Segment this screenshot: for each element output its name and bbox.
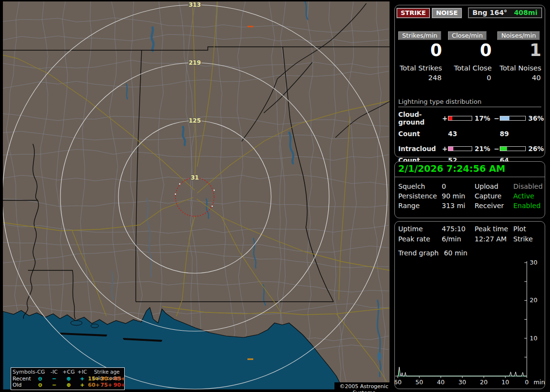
cg-negative-bar [500, 116, 526, 121]
y-tick-label: 30 [530, 259, 537, 266]
trend-window-value: 60 min [444, 249, 467, 257]
peak-rate-value: 6/min [442, 234, 475, 244]
total-noises-label: Total Noises [497, 64, 541, 72]
plus-sign: + [442, 145, 448, 153]
divider [395, 177, 545, 177]
capture-value: Active [513, 191, 543, 201]
cg-count-label: Count [398, 130, 442, 138]
old-pcg-icon: ⊕ [61, 382, 76, 389]
receiver-value: Enabled [513, 201, 543, 210]
capture-label: Capture [475, 191, 513, 201]
peak-rate-label: Peak rate [398, 234, 442, 244]
ring-label-31: 31 [191, 174, 199, 181]
recent-nic-icon: − [47, 376, 61, 382]
strikes-per-min-chip: Strikes/min [398, 31, 441, 40]
plus-sign: + [442, 114, 448, 122]
trend-graph: 1020306050403020100min [395, 258, 546, 388]
peak-time-value: 12:27 AM [475, 234, 513, 244]
old-nic-icon: − [47, 382, 61, 389]
age-code-60: 60+ [88, 382, 100, 389]
noises-per-min-chip: Noises/min [497, 31, 540, 40]
plot-mode-value: Strike [513, 234, 542, 244]
strike-toggle-button[interactable]: STRIKE [397, 8, 430, 18]
peak-time-label: Peak time [475, 224, 513, 234]
y-tick-label: 10 [530, 335, 537, 342]
cg-positive-bar [448, 116, 472, 121]
legend-row-old-label: Old [13, 382, 33, 389]
x-tick-label: 20 [480, 378, 488, 386]
persistence-label: Persistence [398, 191, 442, 201]
cg-positive-count: 43 [448, 130, 472, 138]
cg-positive-pct: 17% [472, 114, 493, 122]
trend-axes [395, 261, 527, 376]
trend-series-close-per-min [398, 370, 527, 376]
x-tick-label: 10 [502, 378, 509, 386]
trend-graph-label: Trend graph [398, 249, 442, 257]
ic-positive-pct: 21% [472, 145, 493, 153]
noise-toggle-button[interactable]: NOISE [432, 8, 462, 18]
x-tick-label: 30 [459, 378, 466, 386]
legend-header-pic: +IC [76, 369, 88, 376]
close-per-min-chip: Close/min [448, 31, 487, 40]
trend-panel: Uptime 475:10 Peak time Plot Peak rate 6… [394, 221, 545, 389]
range-label: Range [398, 201, 442, 210]
receiver-label: Receiver [475, 201, 513, 210]
status-panel: 2/1/2026 7:24:56 AM Squelch 0 Upload Dis… [394, 161, 545, 218]
range-value: 313 mi [442, 201, 475, 210]
total-strikes-value: 248 [398, 74, 442, 82]
total-noises-value: 40 [497, 74, 541, 82]
noises-rate-value: 1 [497, 42, 541, 59]
legend-row-recent-label: Recent [13, 376, 33, 382]
squelch-label: Squelch [398, 182, 442, 191]
old-pic-icon: + [76, 382, 88, 389]
ring-label-219: 219 [188, 59, 201, 66]
total-close-label: Total Close [448, 64, 492, 72]
ring-label-313: 313 [188, 1, 201, 8]
copyright-notice: ©2005 Astrogenic Systems [334, 382, 393, 391]
map-canvas: 31321912531 [3, 1, 390, 390]
y-tick-label: 20 [530, 296, 537, 304]
ic-positive-bar [448, 146, 472, 151]
strikes-rate-value: 0 [398, 42, 442, 59]
total-close-value: 0 [448, 74, 492, 82]
legend-header-ncg: -CG [33, 369, 47, 376]
x-tick-label: 40 [437, 378, 445, 386]
uptime-value: 475:10 [442, 224, 475, 234]
uptime-label: Uptime [398, 224, 442, 234]
ic-negative-bar [500, 146, 526, 151]
cloud-ground-label: Cloud-ground [398, 111, 442, 126]
minus-sign: − [493, 145, 500, 153]
plot-label: Plot [513, 224, 542, 234]
recent-pic-icon: + [76, 376, 88, 382]
distribution-title: Lightning type distribution [398, 98, 541, 107]
strike-map[interactable]: 31321912531 Symbols -CG -IC +CG +IC Stri… [3, 1, 390, 390]
datetime-display: 2/1/2026 7:24:56 AM [398, 163, 505, 174]
trend-series-noises-per-min [398, 374, 527, 376]
ic-negative-pct: 26% [526, 145, 544, 153]
legend-header-symbols: Symbols [13, 369, 33, 376]
bearing-readout: Bng 164°408mi [468, 8, 542, 18]
cg-negative-count: 89 [500, 130, 526, 138]
intracloud-label: Intracloud [398, 145, 442, 153]
ring-label-125: 125 [188, 117, 201, 124]
x-tick-label: 50 [416, 378, 423, 386]
minus-sign: − [493, 114, 500, 122]
squelch-value: 0 [442, 182, 475, 191]
age-code-30: 30+ [100, 376, 113, 382]
strike-mark [247, 26, 253, 28]
legend-header-pcg: +CG [61, 369, 76, 376]
close-rate-value: 0 [448, 42, 492, 59]
x-tick-label: 60 [395, 378, 402, 386]
bearing-value: Bng 164° [473, 9, 507, 16]
trend-series-strikes-per-min [398, 367, 527, 376]
persistence-value: 90 min [442, 191, 475, 201]
age-code-90: 90+ [113, 382, 126, 389]
lightning-distribution: Lightning type distribution Cloud-ground… [398, 98, 541, 164]
recent-ncg-icon: ⊖ [33, 376, 47, 382]
bearing-distance: 408mi [514, 9, 537, 16]
strike-mark [247, 359, 253, 360]
legend-age-title: Strike age color codes [88, 369, 126, 376]
old-ncg-icon: ⊖ [33, 382, 47, 389]
legend-header-nic: -IC [47, 369, 61, 376]
total-strikes-label: Total Strikes [398, 64, 442, 72]
